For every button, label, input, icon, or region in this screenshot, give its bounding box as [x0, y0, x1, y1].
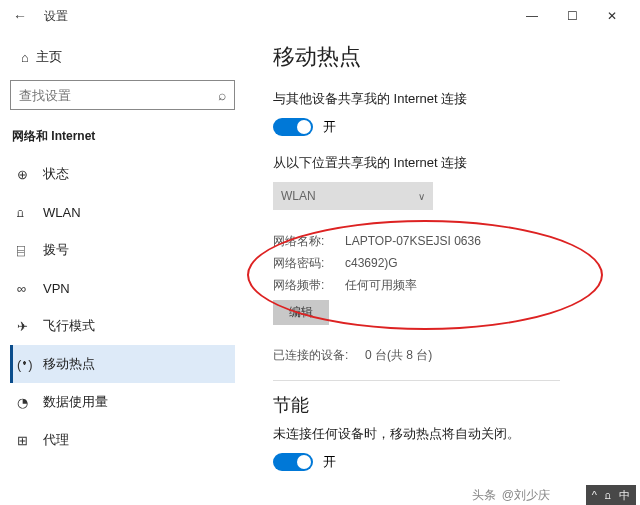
page-title: 移动热点 — [273, 42, 620, 72]
wlan-icon: ⩍ — [17, 205, 43, 220]
proxy-icon: ⊞ — [17, 433, 43, 448]
watermark-source: 头条 — [472, 487, 496, 504]
tray-up-icon[interactable]: ^ — [592, 489, 597, 501]
sidebar-home[interactable]: ⌂ 主页 — [10, 40, 235, 80]
power-toggle-label: 开 — [323, 453, 336, 471]
ime-indicator[interactable]: 中 — [619, 488, 630, 503]
connection-dropdown[interactable]: WLAN ∨ — [273, 182, 433, 210]
status-icon: ⊕ — [17, 167, 43, 182]
power-desc: 未连接任何设备时，移动热点将自动关闭。 — [273, 425, 620, 443]
vpn-icon: ∞ — [17, 281, 43, 296]
airplane-icon: ✈ — [17, 319, 43, 334]
window-title: 设置 — [44, 8, 68, 25]
sidebar-item-airplane[interactable]: ✈飞行模式 — [10, 307, 235, 345]
content: 移动热点 与其他设备共享我的 Internet 连接 开 从以下位置共享我的 I… — [245, 32, 640, 485]
pwd-key: 网络密码: — [273, 252, 345, 274]
connected-value: 0 台(共 8 台) — [365, 347, 432, 364]
sidebar-item-data-usage[interactable]: ◔数据使用量 — [10, 383, 235, 421]
home-label: 主页 — [36, 48, 62, 66]
sidebar-item-status[interactable]: ⊕状态 — [10, 155, 235, 193]
from-label: 从以下位置共享我的 Internet 连接 — [273, 154, 620, 172]
sidebar-item-proxy[interactable]: ⊞代理 — [10, 421, 235, 459]
minimize-button[interactable]: — — [512, 2, 552, 30]
taskbar: ^ ⩍ 中 — [586, 485, 636, 505]
sidebar-item-dialup[interactable]: ⌸拨号 — [10, 231, 235, 269]
watermark: 头条 @刘少庆 — [472, 485, 550, 505]
share-toggle[interactable] — [273, 118, 313, 136]
name-key: 网络名称: — [273, 230, 345, 252]
band-key: 网络频带: — [273, 274, 345, 296]
back-button[interactable]: ← — [8, 8, 32, 24]
tray-wifi-icon[interactable]: ⩍ — [605, 489, 611, 501]
dialup-icon: ⌸ — [17, 243, 43, 258]
sidebar-item-vpn[interactable]: ∞VPN — [10, 269, 235, 307]
name-value: LAPTOP-07KSEJSI 0636 — [345, 230, 481, 252]
watermark-author: @刘少庆 — [502, 487, 550, 504]
search-icon: ⌕ — [218, 87, 226, 103]
connected-key: 已连接的设备: — [273, 347, 365, 364]
sidebar-item-wlan[interactable]: ⩍WLAN — [10, 193, 235, 231]
pwd-value: c43692)G — [345, 252, 398, 274]
hotspot-icon: (ꞏ) — [17, 357, 43, 372]
sidebar-section-label: 网络和 Internet — [10, 124, 235, 155]
section-power-title: 节能 — [273, 393, 620, 417]
sidebar: ⌂ 主页 ⌕ 网络和 Internet ⊕状态 ⩍WLAN ⌸拨号 ∞VPN ✈… — [0, 32, 245, 485]
dropdown-value: WLAN — [281, 189, 316, 203]
home-icon: ⌂ — [14, 50, 36, 65]
search-input[interactable] — [19, 88, 218, 103]
maximize-button[interactable]: ☐ — [552, 2, 592, 30]
edit-button[interactable]: 编辑 — [273, 300, 329, 325]
share-toggle-label: 开 — [323, 118, 336, 136]
search-input-container[interactable]: ⌕ — [10, 80, 235, 110]
band-value: 任何可用频率 — [345, 274, 417, 296]
share-label: 与其他设备共享我的 Internet 连接 — [273, 90, 620, 108]
close-button[interactable]: ✕ — [592, 2, 632, 30]
network-info: 网络名称:LAPTOP-07KSEJSI 0636 网络密码:c43692)G … — [273, 228, 620, 333]
divider — [273, 380, 560, 381]
power-toggle[interactable] — [273, 453, 313, 471]
sidebar-item-hotspot[interactable]: (ꞏ)移动热点 — [10, 345, 235, 383]
data-usage-icon: ◔ — [17, 395, 43, 410]
chevron-down-icon: ∨ — [418, 191, 425, 202]
